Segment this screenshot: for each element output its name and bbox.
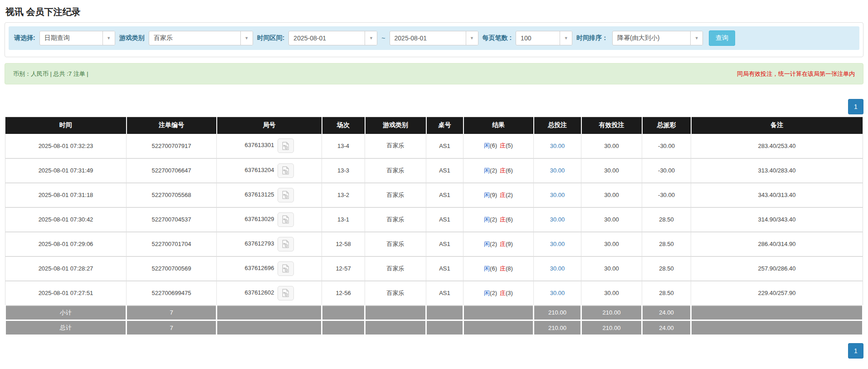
cell-result: 闲(6)庄(5) xyxy=(463,134,534,158)
video-replay-button[interactable] xyxy=(278,188,294,202)
filter-panel: 请选择: 日期查询 ▼ 游戏类别 百家乐 ▼ 时间区间: 2025-08-01 … xyxy=(5,22,863,57)
header-total-bet: 总投注 xyxy=(534,117,581,134)
cell-round-id: 637613029 xyxy=(217,207,322,232)
chevron-down-icon[interactable]: ▼ xyxy=(466,31,478,45)
player-result-label: 闲 xyxy=(484,142,490,149)
banker-result-value: (9) xyxy=(506,241,513,247)
video-replay-button[interactable] xyxy=(278,212,294,227)
chevron-down-icon[interactable]: ▼ xyxy=(240,31,253,45)
page-1-button[interactable]: 1 xyxy=(848,343,863,359)
query-type-dropdown[interactable]: 日期查询 ▼ xyxy=(39,31,115,45)
total-bet-link[interactable]: 30.00 xyxy=(550,290,565,296)
select-type-label: 请选择: xyxy=(14,34,35,42)
round-id-text: 637613301 xyxy=(244,142,274,148)
total-bet-link[interactable]: 30.00 xyxy=(550,241,565,247)
cell-remark: 283.40/253.40 xyxy=(691,134,863,158)
page-1-button[interactable]: 1 xyxy=(848,99,863,114)
cell-bet-id: 522700700569 xyxy=(127,256,217,281)
date-from-picker[interactable]: 2025-08-01 ▼ xyxy=(288,31,377,45)
total-payout: 24.00 xyxy=(642,320,691,335)
banker-result-label: 庄 xyxy=(500,241,506,247)
game-type-label: 游戏类别 xyxy=(119,34,145,42)
video-replay-button[interactable] xyxy=(278,261,294,276)
search-button[interactable]: 查询 xyxy=(709,30,735,46)
video-replay-button[interactable] xyxy=(278,163,294,178)
date-range-separator: ~ xyxy=(381,34,385,42)
table-body: 2025-08-01 07:32:23 522700707917 6376133… xyxy=(5,134,863,305)
cell-payout: -30.00 xyxy=(642,158,691,183)
cell-bet-id: 522700706647 xyxy=(127,158,217,183)
cell-session: 13-3 xyxy=(322,158,365,183)
cell-payout: 28.50 xyxy=(642,256,691,281)
cell-result: 闲(2)庄(9) xyxy=(463,232,534,256)
video-replay-button[interactable] xyxy=(278,138,294,153)
video-replay-button[interactable] xyxy=(278,286,294,300)
round-id-text: 637613029 xyxy=(244,216,274,222)
page-container: 视讯 会员下注纪录 请选择: 日期查询 ▼ 游戏类别 百家乐 ▼ 时间区间: 2… xyxy=(0,6,868,368)
cell-session: 12-58 xyxy=(322,232,365,256)
cell-session: 12-57 xyxy=(322,256,365,281)
cell-remark: 229.40/257.90 xyxy=(691,281,863,305)
cell-payout: -30.00 xyxy=(642,183,691,207)
cell-valid-bet: 30.00 xyxy=(581,183,642,207)
subtotal-valid-bet: 210.00 xyxy=(581,305,642,320)
header-session: 场次 xyxy=(322,117,365,134)
cell-time: 2025-08-01 07:31:49 xyxy=(5,158,127,183)
round-id-text: 637612602 xyxy=(244,289,274,296)
chevron-down-icon[interactable]: ▼ xyxy=(560,31,572,45)
chevron-down-icon[interactable]: ▼ xyxy=(365,31,377,45)
cell-valid-bet: 30.00 xyxy=(581,158,642,183)
subtotal-row: 小计 7 210.00 210.00 24.00 xyxy=(5,305,863,320)
query-type-value: 日期查询 xyxy=(40,31,102,45)
total-bet-link[interactable]: 30.00 xyxy=(550,192,565,198)
cell-bet-id: 522700699475 xyxy=(127,281,217,305)
cell-round-id: 637613204 xyxy=(217,158,322,183)
cell-valid-bet: 30.00 xyxy=(581,207,642,232)
total-bet-link[interactable]: 30.00 xyxy=(550,167,565,174)
table-row: 2025-08-01 07:31:49 522700706647 6376132… xyxy=(5,158,863,183)
cell-remark: 257.90/286.40 xyxy=(691,256,863,281)
chevron-down-icon[interactable]: ▼ xyxy=(102,31,115,45)
cell-valid-bet: 30.00 xyxy=(581,134,642,158)
cell-time: 2025-08-01 07:31:18 xyxy=(5,183,127,207)
page-size-value: 100 xyxy=(516,31,560,45)
cell-valid-bet: 30.00 xyxy=(581,232,642,256)
table-row: 2025-08-01 07:31:18 522700705568 6376131… xyxy=(5,183,863,207)
game-type-dropdown[interactable]: 百家乐 ▼ xyxy=(149,31,253,45)
banker-result-label: 庄 xyxy=(500,265,506,272)
video-replay-button[interactable] xyxy=(278,237,294,251)
cell-result: 闲(2)庄(3) xyxy=(463,281,534,305)
total-bet-link[interactable]: 30.00 xyxy=(550,265,565,272)
cell-remark: 286.40/314.90 xyxy=(691,232,863,256)
player-result-value: (6) xyxy=(490,265,497,272)
banker-result-value: (8) xyxy=(506,265,513,272)
player-result-value: (6) xyxy=(490,142,497,149)
cell-game-type: 百家乐 xyxy=(365,281,426,305)
cell-table-no: AS1 xyxy=(426,134,463,158)
cell-total-bet: 30.00 xyxy=(534,281,581,305)
summary-bar: 币别：人民币 | 总共 :7 注单 | 同局有效投注，统一计算在该局第一张注单内 xyxy=(5,63,863,84)
player-result-label: 闲 xyxy=(484,265,490,272)
banker-result-label: 庄 xyxy=(500,167,506,174)
total-bet-link[interactable]: 30.00 xyxy=(550,216,565,223)
sort-order-dropdown[interactable]: 降幂(由大到小) ▼ xyxy=(612,31,703,45)
table-header: 时间 注单编号 局号 场次 游戏类别 桌号 结果 总投注 有效投注 总派彩 备注 xyxy=(5,117,863,134)
cell-game-type: 百家乐 xyxy=(365,158,426,183)
cell-total-bet: 30.00 xyxy=(534,232,581,256)
date-to-picker[interactable]: 2025-08-01 ▼ xyxy=(390,31,478,45)
player-result-label: 闲 xyxy=(484,216,490,223)
cell-payout: 28.50 xyxy=(642,207,691,232)
cell-time: 2025-08-01 07:29:06 xyxy=(5,232,127,256)
sort-order-value: 降幂(由大到小) xyxy=(613,31,690,45)
total-bet-link[interactable]: 30.00 xyxy=(550,143,565,149)
header-valid-bet: 有效投注 xyxy=(581,117,642,134)
cell-remark: 343.40/313.40 xyxy=(691,183,863,207)
cell-bet-id: 522700705568 xyxy=(127,183,217,207)
page-size-dropdown[interactable]: 100 ▼ xyxy=(516,31,572,45)
cell-table-no: AS1 xyxy=(426,281,463,305)
cell-table-no: AS1 xyxy=(426,183,463,207)
date-to-value: 2025-08-01 xyxy=(390,31,466,45)
video-file-icon xyxy=(281,240,290,248)
chevron-down-icon[interactable]: ▼ xyxy=(690,31,702,45)
total-count: 7 xyxy=(127,320,217,335)
